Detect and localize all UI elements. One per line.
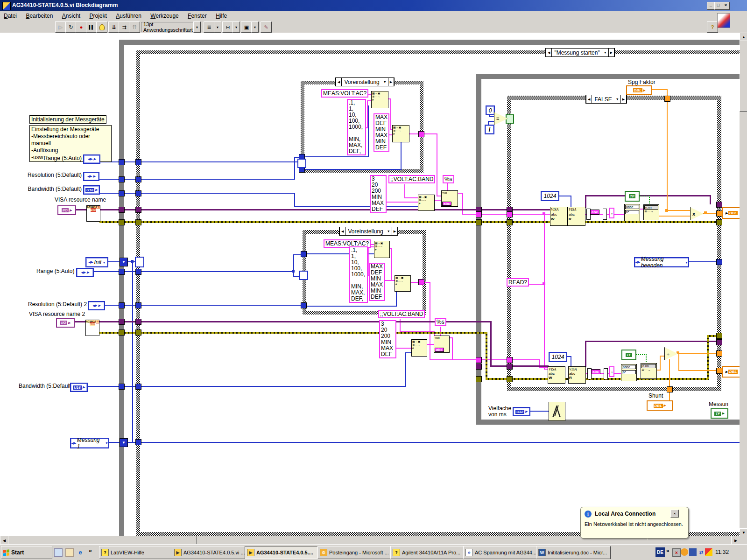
build-array-node-1b[interactable]: ▦→▣≣⋯→# bbox=[392, 125, 409, 142]
cleanup-diagram-button[interactable]: ✎ bbox=[261, 21, 272, 33]
terminal-shunt[interactable]: DBL▶ bbox=[647, 400, 673, 411]
scroll-left-button[interactable]: ◀ bbox=[0, 536, 8, 545]
step-into-button[interactable]: ⇊ bbox=[108, 21, 120, 33]
shift-register[interactable]: ▼ bbox=[120, 438, 128, 447]
spreadsheet-to-array-node-2[interactable]: abbcb* bbox=[621, 364, 637, 381]
enum-constant-messung-beenden[interactable]: ◀▶Messung beenden▼ bbox=[634, 257, 689, 267]
enum-constant-messung1[interactable]: ◀▶Messung 1▼ bbox=[70, 438, 109, 448]
next-case-icon[interactable]: ▶ bbox=[620, 95, 627, 103]
scroll-up-button[interactable]: ▲ bbox=[740, 33, 747, 41]
next-case-icon[interactable]: ▶ bbox=[388, 78, 394, 86]
language-indicator[interactable]: DE bbox=[655, 547, 665, 557]
align-objects-button[interactable]: ≣ bbox=[204, 21, 215, 33]
display-settings-icon[interactable] bbox=[689, 548, 697, 556]
format-into-string-node-1[interactable]: %▨abc bbox=[441, 190, 458, 207]
taskbar-task-6[interactable]: eAC Spannung mit AG344... bbox=[463, 546, 538, 559]
visa-read-node-1[interactable]: VISAabcR bbox=[568, 207, 585, 226]
terminal-resolution2[interactable]: ◀▶▶ bbox=[88, 301, 105, 310]
build-array-node-2b[interactable]: ▦→▣≣⋯→# bbox=[395, 275, 411, 292]
step-out-button[interactable]: ⇈ bbox=[129, 21, 140, 33]
terminal-bandwidth1[interactable]: U16▶ bbox=[83, 185, 100, 195]
minimize-button[interactable]: _ bbox=[707, 2, 715, 10]
font-selector[interactable]: 13pt Anwendungsschriftart bbox=[141, 22, 197, 32]
index-array-node-2[interactable]: ▦→▣≣⋯→# bbox=[411, 339, 427, 357]
balloon-close-icon[interactable]: × bbox=[670, 510, 679, 518]
visa-write-node-2[interactable]: VISAabcW bbox=[548, 366, 565, 384]
quicklaunch-folder-icon[interactable] bbox=[65, 548, 74, 557]
run-continuous-button[interactable]: ↻ bbox=[65, 21, 77, 33]
trim-whitespace-node-2[interactable]: abc bbox=[591, 369, 600, 374]
context-help-button[interactable]: ? bbox=[707, 21, 718, 33]
indicator-dbl-2[interactable]: ▶DBL bbox=[722, 366, 741, 378]
array-constant-bandvals2[interactable]: 3 20 200 MIN MAX DEF bbox=[379, 320, 396, 358]
abort-button[interactable]: ● bbox=[76, 21, 87, 33]
scan-string-node-2[interactable]: n.nn≣⋯→ bbox=[641, 363, 657, 379]
clock-scheduler-icon[interactable] bbox=[681, 548, 688, 556]
maximize-button[interactable]: □ bbox=[714, 2, 722, 10]
terminal-messung-tf[interactable]: TF▶ bbox=[711, 408, 728, 419]
scroll-right-button[interactable]: ▶ bbox=[731, 536, 740, 545]
quicklaunch-show-desktop-icon[interactable] bbox=[54, 548, 63, 557]
prev-case-icon[interactable]: ◀ bbox=[336, 78, 342, 86]
menu-hilfe[interactable]: Hilfe bbox=[212, 11, 231, 21]
case-label-vore2[interactable]: ◀ Voreinstellung ▼ ▶ bbox=[339, 227, 398, 236]
terminal-range2[interactable]: ◀▶▶ bbox=[76, 268, 94, 277]
subvi-ag34410-init-2[interactable]: AG34410*RST *IDN bbox=[85, 320, 99, 336]
case-label-vore1[interactable]: ◀ Voreinstellung ▼ ▶ bbox=[335, 77, 395, 86]
boolean-constant-false-1[interactable]: TF bbox=[625, 191, 640, 202]
terminal-vielfache-u32[interactable]: U32▶ bbox=[513, 407, 530, 416]
distribute-dropdown[interactable]: ▼ bbox=[233, 21, 240, 33]
prev-case-icon[interactable]: ◀ bbox=[586, 95, 592, 103]
format-into-string-node-2[interactable]: %▨abc bbox=[434, 336, 450, 353]
taskbar-task-3-active[interactable]: ▶AG34410-STATE4.0.5.... bbox=[245, 546, 319, 559]
taskbar-task-2[interactable]: ▶AG34410-STATE4.0.5.vi ... bbox=[172, 546, 247, 559]
numeric-constant-1024-a[interactable]: 1024 bbox=[541, 191, 559, 201]
start-button[interactable]: Start bbox=[1, 546, 52, 559]
vertical-scroll-thumb[interactable] bbox=[740, 41, 747, 112]
menu-projekt[interactable]: Projekt bbox=[86, 11, 111, 21]
enum-constant-init[interactable]: ◀▶Init▼ bbox=[85, 257, 108, 267]
menu-bearbeiten[interactable]: Bearbeiten bbox=[22, 11, 56, 21]
array-constant-minmax2[interactable]: MAX DEF MIN MAX MIN DEF bbox=[369, 263, 385, 301]
build-array-node-2a[interactable]: ▦→▣≣⋯→# bbox=[374, 241, 390, 258]
align-dropdown[interactable]: ▼ bbox=[214, 21, 221, 33]
close-button[interactable]: × bbox=[722, 2, 730, 10]
menu-ausfuehren[interactable]: Ausführen bbox=[112, 11, 145, 21]
case-label-messung-starten[interactable]: ◀ "Messung starten" ▼ ▶ bbox=[545, 48, 615, 57]
prev-case-icon[interactable]: ◀ bbox=[339, 227, 345, 235]
wait-ms-multiple-node[interactable] bbox=[549, 402, 565, 421]
index-array-node-1[interactable]: ▦→▣≣⋯→# bbox=[418, 195, 435, 211]
next-case-icon[interactable]: ▶ bbox=[392, 227, 398, 235]
visa-write-node-1[interactable]: VISAabcW bbox=[550, 207, 568, 226]
run-button[interactable]: ▷ bbox=[55, 21, 66, 33]
array-constant-bandvals1[interactable]: 3 20 200 MIN MAX DEF bbox=[370, 175, 387, 213]
reorder-dropdown[interactable]: ▼ bbox=[251, 21, 259, 33]
string-constant-band2[interactable]: ;;VOLT:AC:BAND bbox=[378, 310, 425, 318]
quicklaunch-ie-icon[interactable]: e bbox=[77, 548, 84, 556]
array-constant-ranges1[interactable]: .1, 1, 10, 100, 1000, MIN, MAX, DEF, bbox=[347, 99, 366, 155]
chevron-down-icon[interactable]: ▼ bbox=[382, 78, 388, 86]
sync-icon[interactable]: ⇄ bbox=[698, 548, 705, 556]
messenger-icon[interactable] bbox=[705, 548, 712, 556]
shift-register[interactable]: ▼ bbox=[120, 258, 128, 266]
network-offline-icon[interactable]: × bbox=[672, 548, 681, 557]
numeric-constant-1024-b[interactable]: 1024 bbox=[549, 352, 567, 362]
string-constant-band1[interactable]: ;;VOLT:AC:BAND bbox=[388, 175, 435, 183]
format-string-constant2[interactable]: %s bbox=[435, 318, 446, 326]
string-constant-meas1[interactable]: MEAS:VOLT:AC? bbox=[321, 89, 368, 98]
taskbar-task-1[interactable]: ?LabVIEW-Hilfe bbox=[99, 546, 174, 559]
prev-case-icon[interactable]: ◀ bbox=[546, 49, 552, 56]
terminal-visa1[interactable]: I/O▶ bbox=[57, 205, 76, 215]
case-label-false[interactable]: ◀ FALSE ▼ ▶ bbox=[585, 95, 627, 104]
terminal-range1[interactable]: ◀▶▶ bbox=[83, 154, 100, 164]
array-constant-ranges2[interactable]: .1, 1, 10, 100, 1000, MIN, MAX, DEF, bbox=[349, 246, 368, 303]
horizontal-scroll-thumb[interactable] bbox=[8, 536, 197, 545]
boolean-constant-false-2[interactable]: TF bbox=[621, 350, 636, 360]
terminal-resolution1[interactable]: ◀▶▶ bbox=[83, 172, 99, 181]
chevron-down-icon[interactable]: ▼ bbox=[602, 49, 608, 56]
menu-fenster[interactable]: Fenster bbox=[184, 11, 211, 21]
array-constant-minmax1[interactable]: MAX DEF MIN MAX MIN DEF bbox=[374, 113, 389, 152]
string-constant-read[interactable]: READ? bbox=[507, 278, 529, 287]
build-array-node-1a[interactable]: ▦→▣≣⋯→# bbox=[371, 91, 388, 108]
comment-title[interactable]: Initialisierung der Messgeräte bbox=[29, 115, 106, 124]
